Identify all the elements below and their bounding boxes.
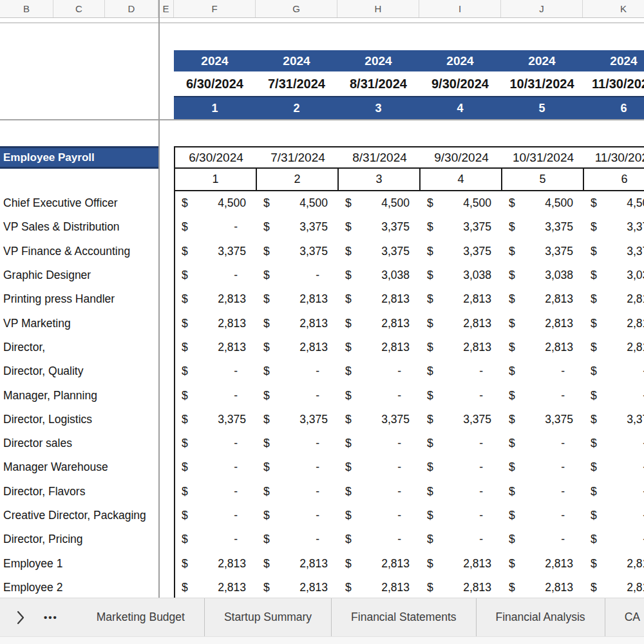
table-date-cell[interactable]: 11/30/2024 (584, 147, 644, 167)
date-cell-frozen[interactable]: 7/31/2024 (256, 71, 337, 96)
row-label[interactable]: Graphic Designer (0, 263, 158, 287)
payroll-value-cell[interactable]: $3,375 (584, 408, 644, 431)
payroll-value-cell[interactable]: $3,375 (502, 215, 584, 239)
row-label[interactable]: Employee 2 (0, 576, 158, 598)
row-label[interactable]: Director sales (0, 431, 158, 455)
row-label[interactable]: Director, Pricing (0, 527, 158, 551)
payroll-value-cell[interactable]: $- (584, 527, 644, 551)
payroll-value-cell[interactable]: $- (584, 480, 644, 504)
sheet-tab-financial-analysis[interactable]: Financial Analysis (476, 598, 605, 636)
payroll-value-cell[interactable]: $- (502, 455, 584, 479)
payroll-value-cell[interactable]: $- (257, 480, 339, 504)
payroll-value-cell[interactable]: $3,375 (421, 408, 502, 431)
payroll-value-cell[interactable]: $- (502, 504, 584, 527)
payroll-value-cell[interactable]: $4,500 (257, 191, 339, 215)
sheet-nav-next-icon[interactable] (14, 610, 27, 625)
payroll-value-cell[interactable]: $- (502, 431, 584, 455)
table-period-cell[interactable]: 4 (421, 169, 502, 190)
payroll-value-cell[interactable]: $3,375 (257, 408, 339, 431)
payroll-value-cell[interactable]: $- (584, 431, 644, 455)
table-period-cell[interactable]: 3 (339, 169, 421, 190)
payroll-value-cell[interactable]: $2,813 (175, 576, 257, 598)
row-label[interactable]: Director, Logistics (0, 408, 158, 431)
row-label[interactable]: Manager, Planning (0, 383, 158, 407)
year-cell[interactable]: 2024 (501, 50, 583, 71)
row-label[interactable]: VP Sales & Distribution (0, 215, 158, 239)
column-header-B[interactable]: B (0, 0, 53, 17)
payroll-value-cell[interactable]: $2,813 (257, 287, 339, 311)
payroll-value-cell[interactable]: $- (421, 527, 502, 551)
sheet-tab-startup-summary[interactable]: Startup Summary (204, 598, 331, 636)
year-cell[interactable]: 2024 (583, 50, 644, 71)
payroll-value-cell[interactable]: $- (339, 431, 421, 455)
row-label[interactable]: Employee 1 (0, 551, 158, 575)
payroll-value-cell[interactable]: $- (257, 527, 339, 551)
table-period-cell[interactable]: 2 (257, 169, 339, 190)
payroll-value-cell[interactable]: $2,813 (584, 551, 644, 575)
payroll-value-cell[interactable]: $- (502, 383, 584, 407)
payroll-value-cell[interactable]: $2,813 (339, 287, 421, 311)
sheet-tab-ca[interactable]: CA (605, 598, 644, 636)
payroll-value-cell[interactable]: $- (421, 455, 502, 479)
row-label[interactable]: Director, Quality (0, 359, 158, 383)
payroll-value-cell[interactable]: $- (421, 431, 502, 455)
payroll-value-cell[interactable]: $2,813 (339, 576, 421, 598)
year-cell[interactable]: 2024 (256, 50, 337, 71)
payroll-value-cell[interactable]: $- (339, 480, 421, 504)
payroll-value-cell[interactable]: $2,813 (257, 311, 339, 335)
payroll-value-cell[interactable]: $2,813 (421, 311, 502, 335)
period-cell-frozen[interactable]: 1 (174, 97, 256, 119)
sheet-more-icon[interactable]: ••• (44, 612, 58, 623)
payroll-value-cell[interactable]: $4,500 (502, 191, 584, 215)
payroll-value-cell[interactable]: $3,038 (502, 263, 584, 287)
year-cell[interactable]: 2024 (337, 50, 419, 71)
row-label[interactable]: Chief Executive Officer (0, 191, 158, 215)
payroll-value-cell[interactable]: $3,375 (421, 240, 502, 263)
date-cell-frozen[interactable]: 8/31/2024 (337, 71, 419, 96)
payroll-value-cell[interactable]: $2,813 (584, 336, 644, 359)
payroll-value-cell[interactable]: $2,813 (421, 287, 502, 311)
payroll-value-cell[interactable]: $- (175, 527, 257, 551)
date-cell-frozen[interactable]: 6/30/2024 (174, 71, 256, 96)
date-cell-frozen[interactable]: 11/30/2024 (583, 71, 644, 96)
table-period-cell[interactable]: 1 (175, 169, 257, 190)
payroll-value-cell[interactable]: $- (175, 215, 257, 239)
payroll-value-cell[interactable]: $- (339, 383, 421, 407)
payroll-value-cell[interactable]: $- (175, 504, 257, 527)
payroll-value-cell[interactable]: $2,813 (175, 551, 257, 575)
payroll-value-cell[interactable]: $2,813 (502, 336, 584, 359)
payroll-value-cell[interactable]: $- (502, 359, 584, 383)
row-label[interactable]: Director, (0, 336, 158, 359)
payroll-value-cell[interactable]: $2,813 (175, 287, 257, 311)
payroll-value-cell[interactable]: $- (421, 359, 502, 383)
payroll-value-cell[interactable]: $- (584, 455, 644, 479)
period-cell-frozen[interactable]: 2 (256, 97, 337, 119)
payroll-value-cell[interactable]: $3,375 (339, 215, 421, 239)
column-header-G[interactable]: G (256, 0, 337, 17)
payroll-value-cell[interactable]: $3,375 (175, 408, 257, 431)
payroll-value-cell[interactable]: $- (584, 383, 644, 407)
row-label[interactable]: Manager Warehouse (0, 455, 158, 479)
column-header-F[interactable]: F (174, 0, 256, 17)
sheet-tab-financial-statements[interactable]: Financial Statements (331, 598, 475, 636)
payroll-value-cell[interactable]: $3,375 (584, 215, 644, 239)
payroll-value-cell[interactable]: $- (339, 504, 421, 527)
date-cell-frozen[interactable]: 10/31/2024 (501, 71, 583, 96)
payroll-value-cell[interactable]: $- (339, 359, 421, 383)
section-header-employee-payroll[interactable]: Employee Payroll (0, 146, 158, 169)
payroll-value-cell[interactable]: $2,813 (257, 576, 339, 598)
payroll-value-cell[interactable]: $2,813 (421, 576, 502, 598)
table-period-cell[interactable]: 6 (584, 169, 644, 190)
row-label[interactable]: Printing press Handler (0, 287, 158, 311)
payroll-value-cell[interactable]: $2,813 (257, 551, 339, 575)
payroll-value-cell[interactable]: $- (421, 480, 502, 504)
table-date-cell[interactable]: 6/30/2024 (175, 147, 257, 167)
payroll-value-cell[interactable]: $- (257, 383, 339, 407)
payroll-value-cell[interactable]: $4,500 (339, 191, 421, 215)
payroll-value-cell[interactable]: $3,375 (502, 408, 584, 431)
payroll-value-cell[interactable]: $- (339, 455, 421, 479)
payroll-value-cell[interactable]: $2,813 (584, 287, 644, 311)
payroll-value-cell[interactable]: $- (175, 480, 257, 504)
table-date-cell[interactable]: 8/31/2024 (339, 147, 421, 167)
row-label[interactable]: Director, Flavors (0, 480, 158, 504)
